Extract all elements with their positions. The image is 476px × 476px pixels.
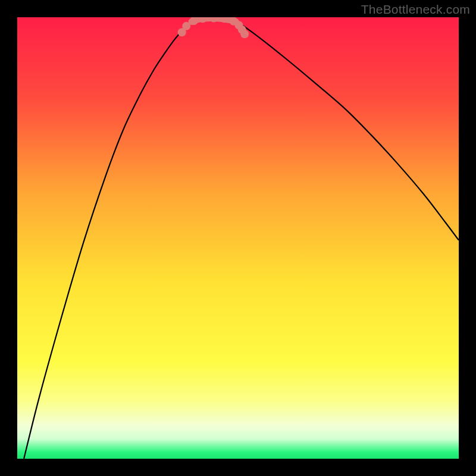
- chart-svg: [17, 17, 459, 459]
- valley-dot: [182, 22, 190, 30]
- gradient-background: [17, 17, 459, 459]
- chart-plot-area: [17, 17, 459, 459]
- valley-dot: [240, 30, 249, 38]
- chart-frame: TheBottleneck.com: [0, 0, 476, 476]
- watermark-text: TheBottleneck.com: [361, 2, 470, 17]
